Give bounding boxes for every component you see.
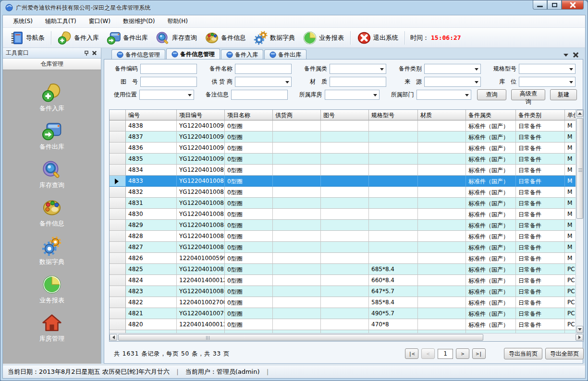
- row-selector[interactable]: [110, 286, 126, 297]
- field-input[interactable]: [140, 77, 197, 87]
- close-button[interactable]: [562, 0, 584, 10]
- row-selector[interactable]: [110, 308, 126, 319]
- row-selector[interactable]: [110, 275, 126, 286]
- advanced-query-button[interactable]: 高级查询: [511, 89, 545, 100]
- toolbar-button-exit[interactable]: 退出系统: [353, 29, 402, 47]
- table-row[interactable]: 4833YG122040100880型圈标准件（国产）日常备件M: [110, 176, 576, 187]
- sidebar-item-data-dict[interactable]: 数据字典: [23, 234, 81, 268]
- horizontal-scrollbar[interactable]: [110, 333, 583, 341]
- column-header[interactable]: 单位: [565, 110, 576, 120]
- field-input[interactable]: [140, 64, 197, 74]
- toolbar-button-data-dict[interactable]: 数据字典: [250, 29, 299, 47]
- table-row[interactable]: 4821YG122040100790型圈490*5.7标准件（国产）日常备件PC: [110, 308, 576, 319]
- table-row[interactable]: 4825YG122040100810型圈685*8.4标准件（国产）日常备件PC: [110, 264, 576, 275]
- column-header[interactable]: 项目名称: [225, 110, 273, 120]
- page-number-input[interactable]: [438, 349, 453, 359]
- menu-item[interactable]: 数据维护(D): [117, 15, 161, 27]
- row-selector[interactable]: [110, 176, 126, 187]
- row-selector[interactable]: [110, 264, 126, 275]
- menu-item[interactable]: 辅助工具(T): [39, 15, 83, 27]
- table-row[interactable]: 482012204014000130型圈470*8标准件（国产）日常备件PC: [110, 319, 576, 330]
- sidebar-close-icon[interactable]: [90, 49, 98, 57]
- table-row[interactable]: 4835YG122040100900型圈标准件（国产）日常备件M: [110, 154, 576, 165]
- field-input[interactable]: [235, 64, 292, 74]
- horizontal-scroll-thumb[interactable]: [118, 334, 483, 341]
- row-selector[interactable]: [110, 297, 126, 308]
- export-current-page-button[interactable]: 导出当前页: [504, 348, 542, 359]
- row-selector[interactable]: [110, 231, 126, 242]
- sidebar-item-parts-info[interactable]: 备件信息: [23, 196, 81, 230]
- table-row[interactable]: 482412204014000120型圈660*8.4标准件（国产）日常备件PC: [110, 275, 576, 286]
- field-input[interactable]: [330, 77, 386, 87]
- field-select[interactable]: [139, 90, 194, 100]
- table-row[interactable]: 4832YG122040100870型圈标准件（国产）日常备件M: [110, 187, 576, 198]
- row-selector[interactable]: [110, 209, 126, 220]
- column-header[interactable]: 备件属类: [466, 110, 516, 120]
- row-selector[interactable]: [110, 253, 126, 264]
- row-selector[interactable]: [110, 198, 126, 209]
- column-header[interactable]: 编号: [126, 110, 177, 120]
- last-page-button[interactable]: >|: [472, 348, 486, 359]
- field-select[interactable]: [416, 90, 471, 100]
- tab-close-icon[interactable]: [573, 52, 578, 58]
- field-select[interactable]: [235, 77, 292, 87]
- column-header[interactable]: 备件类别: [516, 110, 565, 120]
- toolbar-button-parts-in[interactable]: 备件入库: [54, 29, 103, 47]
- field-select[interactable]: [519, 77, 576, 87]
- table-row[interactable]: 482212204010027000型圈585*8.4标准件（国产）日常备件PC: [110, 297, 576, 308]
- row-selector[interactable]: [110, 165, 126, 176]
- table-row[interactable]: 4828YG122040100830型圈标准件（国产）日常备件M: [110, 231, 576, 242]
- maximize-button[interactable]: [547, 0, 562, 10]
- row-selector[interactable]: [110, 242, 126, 253]
- toolbar-button-parts-out[interactable]: 备件出库: [103, 29, 152, 47]
- tab-4[interactable]: 备件出库: [264, 49, 306, 60]
- column-header[interactable]: 图号: [321, 110, 369, 120]
- toolbar-button-inventory-query[interactable]: 库存查询: [152, 29, 201, 47]
- toolbar-button-parts-info[interactable]: 备件信息: [201, 29, 250, 47]
- field-select[interactable]: [424, 64, 481, 74]
- first-page-button[interactable]: |<: [405, 348, 418, 359]
- table-row[interactable]: 482612204010005990型圈标准件（国产）日常备件M: [110, 253, 576, 264]
- row-selector[interactable]: [110, 143, 126, 154]
- query-button[interactable]: 查询: [477, 89, 507, 100]
- scroll-down-button[interactable]: [576, 326, 583, 333]
- table-row[interactable]: 4827YG122040100820型圈标准件（国产）日常备件M: [110, 242, 576, 253]
- column-header[interactable]: 项目编号: [177, 110, 225, 120]
- toolbar-button-report[interactable]: 业务报表: [299, 29, 348, 47]
- field-select[interactable]: [330, 64, 386, 74]
- table-row[interactable]: 4829YG122040100840型圈标准件（国产）日常备件M: [110, 220, 576, 231]
- column-header[interactable]: 规格型号: [369, 110, 418, 120]
- field-select[interactable]: [325, 90, 380, 100]
- row-selector[interactable]: [110, 131, 126, 143]
- row-selector[interactable]: [110, 319, 126, 330]
- table-row[interactable]: 4838YG122040100930型圈标准件（国产）日常备件M: [110, 120, 576, 131]
- tab-3[interactable]: 备件入库: [221, 49, 263, 60]
- sidebar-item-parts-out[interactable]: 备件出库: [23, 119, 81, 153]
- minimize-button[interactable]: [533, 0, 547, 10]
- new-button[interactable]: 新建: [550, 89, 577, 100]
- table-row[interactable]: 4823YG122040100800型圈647*5.7标准件（国产）日常备件PC: [110, 286, 576, 297]
- next-page-button[interactable]: >: [456, 348, 469, 359]
- menu-item[interactable]: 系统(S): [7, 15, 39, 27]
- vertical-scroll-thumb[interactable]: [576, 118, 583, 219]
- sidebar-item-report[interactable]: 业务报表: [23, 273, 81, 307]
- table-row[interactable]: 4831YG122040100860型圈标准件（国产）日常备件M: [110, 198, 576, 209]
- menu-item[interactable]: 窗口(W): [83, 15, 117, 27]
- table-row[interactable]: 4830YG122040100850型圈标准件（国产）日常备件M: [110, 209, 576, 220]
- scroll-left-button[interactable]: [110, 334, 117, 341]
- row-selector[interactable]: [110, 187, 126, 198]
- row-selector[interactable]: [110, 120, 126, 131]
- sidebar-group-header[interactable]: 仓库管理: [3, 59, 101, 70]
- tab-2[interactable]: 备件信息管理: [166, 48, 220, 60]
- field-input[interactable]: [231, 90, 288, 100]
- table-row[interactable]: 4834YG122040100890型圈标准件（国产）日常备件M: [110, 165, 576, 176]
- column-header[interactable]: 供货商: [273, 110, 321, 120]
- sidebar-item-warehouse[interactable]: 库房管理: [23, 311, 81, 345]
- sidebar-item-parts-in[interactable]: 备件入库: [23, 81, 81, 115]
- table-row[interactable]: 4836YG122040100910型圈标准件（国产）日常备件M: [110, 143, 576, 154]
- tab-dropdown-icon[interactable]: [564, 54, 568, 57]
- menu-item[interactable]: 帮助(H): [161, 15, 194, 27]
- column-header[interactable]: 材质: [418, 110, 466, 120]
- export-all-pages-button[interactable]: 导出全部页: [545, 348, 584, 359]
- prev-page-button[interactable]: <: [421, 348, 435, 359]
